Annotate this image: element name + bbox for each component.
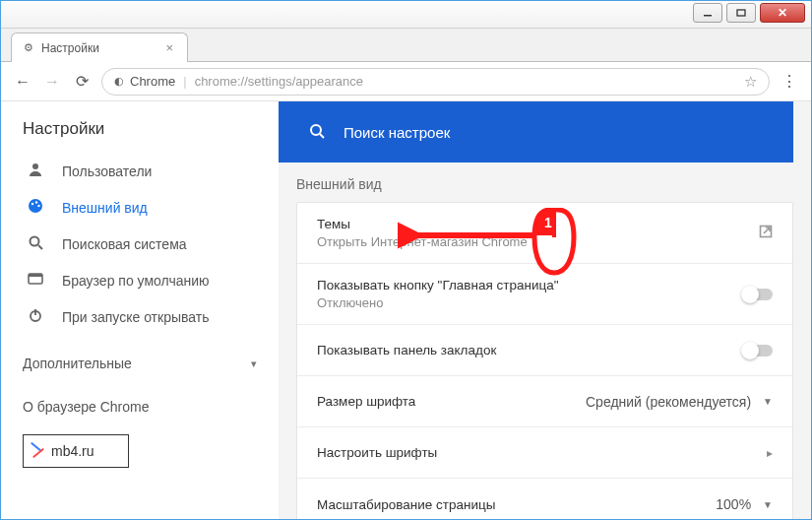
sidebar-item-users[interactable]: Пользователи <box>1 153 279 189</box>
window-titlebar: ✕ <box>1 1 811 29</box>
svg-point-4 <box>31 203 33 205</box>
watermark-logo: mb4.ru <box>23 434 129 468</box>
sidebar-about-label: О браузере Chrome <box>23 399 150 415</box>
chevron-down-icon: ▼ <box>763 499 773 510</box>
browser-icon <box>27 271 44 290</box>
back-button[interactable]: ← <box>13 73 32 91</box>
svg-line-14 <box>320 134 324 138</box>
chevron-down-icon: ▼ <box>763 396 773 407</box>
page-zoom-select[interactable]: 100% ▼ <box>716 496 773 512</box>
globe-icon: ◐ <box>114 75 124 88</box>
power-icon <box>27 307 44 326</box>
row-title: Масштабирование страницы <box>317 497 495 512</box>
gear-icon: ⚙ <box>24 41 33 54</box>
sidebar-item-search-engine[interactable]: Поисковая система <box>1 226 279 262</box>
svg-point-7 <box>31 237 39 246</box>
sidebar-about-chrome[interactable]: О браузере Chrome <box>1 381 279 424</box>
security-chip: ◐ Chrome <box>114 74 175 89</box>
svg-line-8 <box>38 245 42 249</box>
toggle-home-button[interactable] <box>743 289 773 300</box>
palette-icon <box>27 198 44 217</box>
svg-point-2 <box>32 163 38 169</box>
row-page-zoom[interactable]: Масштабирование страницы 100% ▼ <box>297 479 792 519</box>
svg-rect-0 <box>704 15 712 17</box>
row-subtitle: Открыть Интернет-магазин Chrome <box>317 234 528 249</box>
sidebar-advanced-toggle[interactable]: Дополнительные ▾ <box>1 341 279 381</box>
reload-button[interactable]: ⟳ <box>72 72 92 91</box>
sidebar-item-label: Пользователи <box>62 163 152 179</box>
svg-point-6 <box>37 205 39 207</box>
window-maximize-button[interactable] <box>726 3 756 23</box>
row-home-button[interactable]: Показывать кнопку "Главная страница" Отк… <box>297 264 792 325</box>
sidebar-item-on-startup[interactable]: При запуске открывать <box>1 298 279 335</box>
settings-search-bar[interactable]: Поиск настроек <box>279 101 793 162</box>
url-path: chrome://settings/appearance <box>195 74 363 89</box>
row-bookmarks-bar[interactable]: Показывать панель закладок <box>297 325 792 376</box>
svg-point-3 <box>29 199 42 213</box>
search-icon <box>308 122 326 143</box>
watermark-icon <box>30 443 45 459</box>
watermark-text: mb4.ru <box>51 443 94 459</box>
row-title: Размер шрифта <box>317 394 415 409</box>
row-title: Показывать панель закладок <box>317 343 496 358</box>
select-value: 100% <box>716 496 751 512</box>
row-subtitle: Отключено <box>317 295 559 310</box>
section-title: Внешний вид <box>296 176 793 192</box>
tab-close-button[interactable]: × <box>165 40 173 55</box>
row-title: Показывать кнопку "Главная страница" <box>317 278 559 292</box>
browser-toolbar: ← → ⟳ ◐ Chrome | chrome://settings/appea… <box>1 62 811 101</box>
browser-menu-button[interactable]: ⋮ <box>780 72 799 91</box>
address-bar[interactable]: ◐ Chrome | chrome://settings/appearance … <box>101 68 770 96</box>
svg-point-13 <box>311 125 321 135</box>
row-customize-fonts[interactable]: Настроить шрифты ▸ <box>297 427 792 479</box>
browser-tab-active[interactable]: ⚙ Настройки × <box>11 32 188 62</box>
sidebar-title: Настройки <box>23 119 279 139</box>
svg-rect-1 <box>737 10 745 16</box>
svg-point-5 <box>35 201 37 203</box>
sidebar-item-label: При запуске открывать <box>62 309 209 325</box>
chevron-down-icon: ▾ <box>251 358 257 370</box>
settings-content: Настройки Пользователи Внешний вид Поиск… <box>1 101 811 519</box>
settings-sidebar: Настройки Пользователи Внешний вид Поиск… <box>1 101 279 519</box>
browser-tabstrip: ⚙ Настройки × <box>1 29 811 62</box>
person-icon <box>27 162 44 180</box>
sidebar-advanced-label: Дополнительные <box>23 356 132 371</box>
sidebar-item-default-browser[interactable]: Браузер по умолчанию <box>1 262 279 298</box>
window-close-button[interactable]: ✕ <box>760 3 805 23</box>
forward-button[interactable]: → <box>42 73 62 91</box>
url-label: Chrome <box>130 74 175 89</box>
settings-main: Поиск настроек Внешний вид Темы Открыть … <box>279 101 811 519</box>
search-placeholder: Поиск настроек <box>344 124 450 141</box>
search-icon <box>27 234 44 253</box>
sidebar-item-label: Браузер по умолчанию <box>62 273 210 289</box>
svg-rect-10 <box>29 274 42 277</box>
row-themes[interactable]: Темы Открыть Интернет-магазин Chrome <box>297 203 792 264</box>
font-size-select[interactable]: Средний (рекомендуется) ▼ <box>586 394 773 410</box>
chevron-right-icon: ▸ <box>767 446 773 460</box>
open-external-icon <box>759 225 773 241</box>
url-separator: | <box>183 74 186 89</box>
row-title: Темы <box>317 217 528 231</box>
select-value: Средний (рекомендуется) <box>586 394 751 410</box>
row-title: Настроить шрифты <box>317 445 437 460</box>
sidebar-item-label: Внешний вид <box>62 200 148 216</box>
tab-title: Настройки <box>41 41 99 55</box>
window-minimize-button[interactable] <box>693 3 722 23</box>
sidebar-item-label: Поисковая система <box>62 236 187 252</box>
row-font-size[interactable]: Размер шрифта Средний (рекомендуется) ▼ <box>297 376 792 427</box>
bookmark-star-icon[interactable]: ☆ <box>744 73 757 91</box>
appearance-card: Темы Открыть Интернет-магазин Chrome Пок… <box>296 202 793 519</box>
sidebar-item-appearance[interactable]: Внешний вид <box>1 189 279 226</box>
toggle-bookmarks-bar[interactable] <box>743 345 773 357</box>
